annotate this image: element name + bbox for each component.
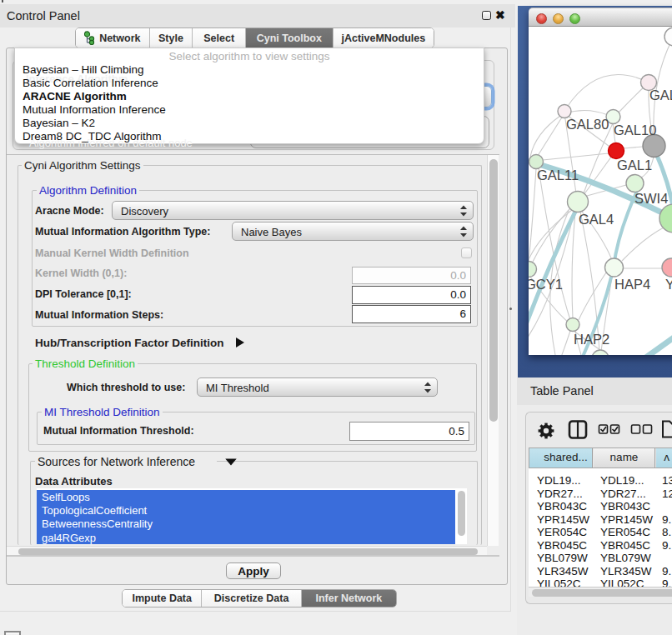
svg-text:HAP4: HAP4: [614, 277, 650, 292]
svg-text:GAL80: GAL80: [566, 117, 609, 132]
svg-text:GAL10: GAL10: [614, 122, 656, 138]
svg-text:HAP2: HAP2: [574, 332, 609, 347]
svg-text:GAL7: GAL7: [649, 88, 672, 102]
svg-text:SWI4: SWI4: [634, 191, 668, 206]
svg-text:GAL4: GAL4: [579, 212, 614, 227]
svg-text:GAL11: GAL11: [537, 168, 579, 182]
svg-text:GAL1: GAL1: [617, 158, 652, 172]
svg-text:GCY1: GCY1: [529, 277, 563, 292]
svg-text:Y: Y: [665, 277, 672, 292]
